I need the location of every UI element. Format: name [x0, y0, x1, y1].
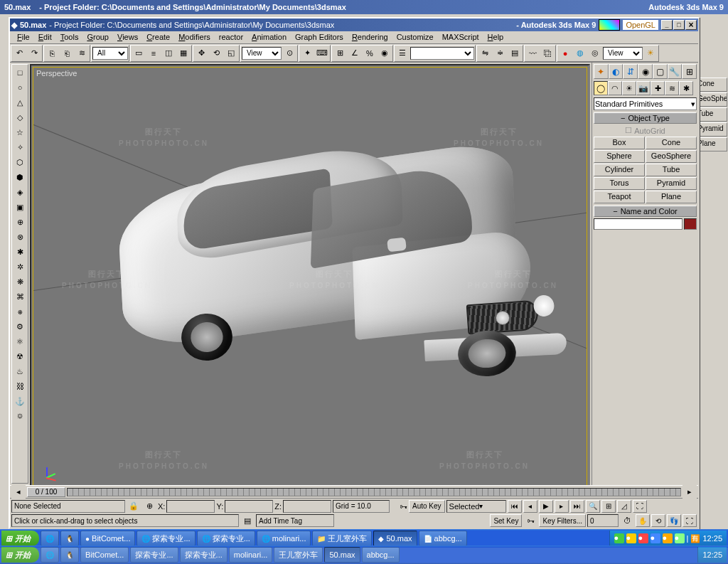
system-tray[interactable]: ● ● ● ● ● ● | 🈶 12:25 — [609, 531, 727, 546]
sub-geometry-icon[interactable]: ◯ — [594, 81, 608, 95]
reactor-btn-11[interactable]: ⊕ — [13, 215, 27, 229]
menu-rendering[interactable]: Rendering — [348, 32, 392, 43]
keyfilters-button[interactable]: Key Filters... — [539, 514, 586, 527]
undo-button[interactable]: ↶ — [12, 46, 26, 60]
viewport-perspective[interactable]: Perspective — [30, 64, 590, 495]
mirror-button[interactable]: ⇋ — [478, 46, 492, 60]
reactor-btn-23[interactable]: ⚓ — [13, 394, 27, 408]
sub-systems-icon[interactable]: ✱ — [679, 81, 693, 95]
btn-box[interactable]: Box — [594, 137, 645, 149]
key-icon-button[interactable]: 🗝 — [523, 514, 537, 528]
timeline-track[interactable] — [67, 488, 681, 496]
taskbar-item-2[interactable]: 🐧 — [60, 531, 79, 546]
manipulate-button[interactable]: ✦ — [300, 46, 314, 60]
absolute-mode-button[interactable]: ⊕ — [142, 499, 156, 514]
tab-motion[interactable]: ◉ — [638, 64, 653, 79]
rotate-button[interactable]: ⟲ — [209, 46, 223, 60]
sub-helpers-icon[interactable]: ✚ — [651, 81, 665, 95]
reactor-btn-24[interactable]: ⛭ — [13, 409, 27, 423]
sub-lights-icon[interactable]: ☀ — [622, 81, 636, 95]
tray-icon[interactable]: ● — [638, 533, 648, 543]
reactor-btn-7[interactable]: ⬡ — [13, 155, 27, 169]
reactor-btn-16[interactable]: ⌘ — [13, 289, 27, 304]
object-color-swatch[interactable] — [684, 218, 697, 230]
reactor-btn-4[interactable]: ◇ — [13, 110, 27, 124]
reactor-btn-17[interactable]: ⎈ — [13, 304, 27, 319]
scale-button[interactable]: ◱ — [224, 46, 238, 60]
btn-cylinder[interactable]: Cylinder — [594, 164, 645, 176]
timeline[interactable]: ◂ 0 / 100 ▸ — [10, 485, 698, 498]
nav-walk-button[interactable]: 👣 — [667, 514, 681, 527]
timeline-next-button[interactable]: ▸ — [682, 485, 697, 499]
selection-filter-dropdown[interactable]: All — [92, 47, 128, 60]
current-frame-input[interactable]: 0 — [587, 514, 619, 527]
reactor-btn-19[interactable]: ⚛ — [13, 334, 27, 348]
render-dropdown[interactable]: View — [603, 47, 643, 60]
nav-pan-button[interactable]: ✋ — [636, 514, 650, 527]
material-editor-button[interactable]: ● — [558, 46, 572, 60]
menu-tools[interactable]: Tools — [56, 32, 83, 43]
reactor-btn-3[interactable]: △ — [13, 95, 27, 110]
move-button[interactable]: ✥ — [194, 46, 208, 60]
named-selset-dropdown[interactable] — [410, 47, 474, 60]
menu-edit[interactable]: Edit — [34, 32, 56, 43]
unlink-button[interactable]: ⎗ — [60, 46, 74, 60]
ref-coord-dropdown[interactable]: View — [242, 47, 282, 60]
link-button[interactable]: ⎘ — [45, 46, 59, 60]
btn-sphere[interactable]: Sphere — [594, 150, 645, 163]
window-crossing-button[interactable]: ▦ — [176, 46, 191, 60]
menu-customize[interactable]: Customize — [392, 32, 438, 43]
btn-plane[interactable]: Plane — [646, 191, 697, 203]
autogrid-checkbox[interactable]: ☐AutoGrid — [594, 125, 697, 136]
timeline-prev-button[interactable]: ◂ — [11, 485, 26, 499]
taskbar-item-1[interactable]: 🌐 — [41, 531, 59, 546]
menu-create[interactable]: Create — [142, 32, 174, 43]
tray-icon[interactable]: ● — [614, 533, 624, 543]
nav-maximize-button[interactable]: ⛶ — [682, 514, 697, 527]
btn-teapot[interactable]: Teapot — [594, 191, 645, 203]
clock[interactable]: 12:25 — [702, 534, 722, 543]
curve-editor-button[interactable]: 〰 — [525, 46, 540, 60]
reactor-btn-10[interactable]: ▣ — [13, 200, 27, 214]
z-input[interactable] — [283, 500, 331, 513]
percent-snap-button[interactable]: % — [363, 46, 377, 60]
tab-hierarchy[interactable]: ⇵ — [623, 64, 638, 79]
select-by-name-button[interactable]: ≡ — [146, 46, 161, 60]
reactor-btn-6[interactable]: ✧ — [13, 140, 27, 154]
reactor-btn-20[interactable]: ☢ — [13, 349, 27, 363]
keymode-dropdown[interactable]: Selected ▾ — [446, 500, 506, 513]
addtimetag-button[interactable]: Add Time Tag — [256, 514, 334, 527]
menu-modifiers[interactable]: Modifiers — [174, 32, 215, 43]
btn-tube[interactable]: Tube — [646, 164, 697, 176]
autokey-button[interactable]: Auto Key — [409, 500, 445, 513]
taskbar-item-explore1[interactable]: 🌐 探索专业... — [136, 531, 195, 546]
tab-utilities[interactable]: 🔧 — [668, 64, 682, 79]
menu-group[interactable]: Group — [82, 32, 113, 43]
render-type-button[interactable]: ◎ — [588, 46, 602, 60]
tray-icon[interactable]: ● — [663, 533, 673, 543]
category-dropdown[interactable]: Standard Primitives▾ — [594, 97, 697, 110]
select-button[interactable]: ▭ — [132, 46, 146, 60]
time-slider[interactable]: 0 / 100 — [27, 487, 65, 497]
reactor-btn-13[interactable]: ✱ — [13, 245, 27, 259]
menu-help[interactable]: Help — [483, 32, 508, 43]
btn-geosphere[interactable]: GeoSphere — [646, 150, 697, 163]
nav-zoom-button[interactable]: 🔍 — [586, 500, 600, 513]
sub-spacewarps-icon[interactable]: ≋ — [665, 81, 679, 95]
setkey-button[interactable]: Set Key — [490, 514, 522, 527]
reactor-btn-1[interactable]: □ — [13, 65, 27, 80]
taskbar-item-abbcg[interactable]: 📄 abbcg... — [419, 531, 467, 546]
play-button[interactable]: ▶ — [539, 500, 553, 513]
menu-animation[interactable]: Animation — [247, 32, 291, 43]
menu-reactor[interactable]: reactor — [215, 32, 247, 43]
pivot-button[interactable]: ⊙ — [282, 46, 296, 60]
reactor-btn-2[interactable]: ○ — [13, 80, 27, 95]
tab-extra[interactable]: ⊞ — [682, 64, 697, 79]
taskbar-item-folder[interactable]: 📁 王儿室外车 — [312, 531, 372, 546]
reactor-btn-5[interactable]: ☆ — [13, 125, 27, 139]
minimize-button[interactable]: _ — [661, 20, 673, 30]
next-frame-button[interactable]: ▸ — [555, 500, 569, 513]
time-config-button[interactable]: ⏱ — [620, 514, 634, 528]
tab-create[interactable]: ✦ — [594, 64, 609, 79]
tray-icon[interactable]: ● — [675, 533, 685, 543]
